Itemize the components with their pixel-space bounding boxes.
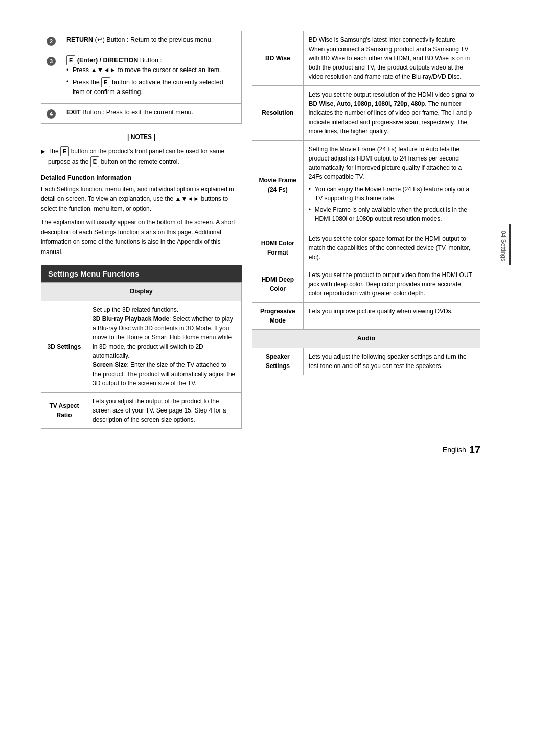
row-num-4: 4 <box>41 104 61 124</box>
speaker-settings-desc: Lets you adjust the following speaker se… <box>303 348 480 375</box>
display-header-row: Display <box>41 282 242 301</box>
sidebar-text: 04 Settings <box>500 231 507 261</box>
btn-icon-remote: E <box>90 156 99 167</box>
row-content-enter: E (Enter) / DIRECTION Button : Press ▲▼◄… <box>61 51 242 104</box>
sidebar-label: 04 Settings <box>496 31 511 456</box>
hdmi-deep-row: HDMI DeepColor Lets you set the product … <box>252 266 480 303</box>
notes-content: ▶ The E button on the product's front pa… <box>41 146 242 167</box>
right-table: BD Wise BD Wise is Samsung's latest inte… <box>252 31 480 375</box>
tv-aspect-desc: Lets you adjust the output of the produc… <box>87 392 242 428</box>
hdmi-color-desc: Lets you set the color space format for … <box>303 230 480 266</box>
movie-frame-bullets: You can enjoy the Movie Frame (24 Fs) fe… <box>309 185 475 223</box>
bd-wise-desc: BD Wise is Samsung's latest inter-connec… <box>303 31 480 86</box>
page-number: 17 <box>469 444 480 456</box>
right-column: BD Wise BD Wise is Samsung's latest inte… <box>252 31 480 429</box>
circle-num-4: 4 <box>47 109 56 119</box>
table-row: 4 EXIT Button : Press to exit the curren… <box>41 104 242 124</box>
circle-num-3: 3 <box>47 57 56 66</box>
resolution-desc: Lets you set the output resolution of th… <box>303 86 480 141</box>
settings-menu-header: Settings Menu Functions <box>41 265 242 282</box>
3d-settings-label: 3D Settings <box>41 301 87 392</box>
notes-title: | NOTES | <box>41 132 242 142</box>
3d-settings-row: 3D Settings Set up the 3D related functi… <box>41 301 242 392</box>
progressive-desc: Lets you improve picture quality when vi… <box>303 303 480 330</box>
speaker-settings-row: SpeakerSettings Lets you adjust the foll… <box>252 348 480 375</box>
hdmi-deep-label: HDMI DeepColor <box>252 266 303 303</box>
settings-table: Display 3D Settings Set up the 3D relate… <box>41 282 242 429</box>
page-footer: English 17 <box>41 444 480 456</box>
3d-settings-desc: Set up the 3D related functions. 3D Blu-… <box>87 301 242 392</box>
movie-frame-label: Movie Frame(24 Fs) <box>252 141 303 230</box>
hdmi-deep-desc: Lets you set the product to output video… <box>303 266 480 303</box>
row-num: 2 <box>41 31 61 51</box>
main-content: 2 RETURN (↵) Button : Return to the prev… <box>41 31 496 456</box>
notes-section: | NOTES | ▶ The E button on the product'… <box>41 132 242 167</box>
tv-aspect-row: TV AspectRatio Lets you adjust the outpu… <box>41 392 242 428</box>
movie-frame-desc: Setting the Movie Frame (24 Fs) feature … <box>303 141 480 230</box>
bullet-item: You can enjoy the Movie Frame (24 Fs) fe… <box>309 185 475 203</box>
bullet-item: Press the E button to activate the curre… <box>66 77 236 97</box>
detail-title: Detailed Function Information <box>41 174 242 181</box>
row-content-exit: EXIT Button : Press to exit the current … <box>61 104 242 124</box>
notes-arrow: ▶ <box>41 147 45 156</box>
btn-icon-front: E <box>60 146 69 157</box>
audio-header-cell: Audio <box>252 330 480 348</box>
bd-wise-label: BD Wise <box>252 31 303 86</box>
resolution-label: Resolution <box>252 86 303 141</box>
page-container: 2 RETURN (↵) Button : Return to the prev… <box>41 31 511 456</box>
table-row: 2 RETURN (↵) Button : Return to the prev… <box>41 31 242 51</box>
row-content-return: RETURN (↵) Button : Return to the previo… <box>61 31 242 51</box>
detail-para-2: The explanation will usually appear on t… <box>41 218 242 257</box>
hdmi-color-row: HDMI ColorFormat Lets you set the color … <box>252 230 480 266</box>
bullet-item: Press ▲▼◄► to move the cursor or select … <box>66 65 236 75</box>
movie-frame-row: Movie Frame(24 Fs) Setting the Movie Fra… <box>252 141 480 230</box>
enter-title: E (Enter) / DIRECTION Button : <box>66 55 236 66</box>
enter-icon: E <box>66 55 75 66</box>
display-header-cell: Display <box>41 282 242 301</box>
detail-para-1: Each Settings function, menu item, and i… <box>41 185 242 214</box>
bd-wise-row: BD Wise BD Wise is Samsung's latest inte… <box>252 31 480 86</box>
left-column: 2 RETURN (↵) Button : Return to the prev… <box>41 31 252 429</box>
enter-btn-icon: E <box>101 77 110 88</box>
progressive-row: ProgressiveMode Lets you improve picture… <box>252 303 480 330</box>
footer-lang: English <box>443 446 466 454</box>
return-text: RETURN (↵) Button : Return to the previo… <box>66 36 213 43</box>
enter-bullets: Press ▲▼◄► to move the cursor or select … <box>66 65 236 97</box>
tv-aspect-label: TV AspectRatio <box>41 392 87 428</box>
detail-section: Detailed Function Information Each Setti… <box>41 174 242 257</box>
row-num-3: 3 <box>41 51 61 104</box>
progressive-label: ProgressiveMode <box>252 303 303 330</box>
settings-header-text: Settings Menu Functions <box>48 269 139 278</box>
info-table: 2 RETURN (↵) Button : Return to the prev… <box>41 31 242 124</box>
circle-num-2: 2 <box>47 37 56 46</box>
resolution-row: Resolution Lets you set the output resol… <box>252 86 480 141</box>
audio-header-row: Audio <box>252 330 480 348</box>
two-col-layout: 2 RETURN (↵) Button : Return to the prev… <box>41 31 480 429</box>
notes-text: The E button on the product's front pane… <box>48 146 242 167</box>
sidebar-bar <box>509 224 511 265</box>
speaker-settings-label: SpeakerSettings <box>252 348 303 375</box>
table-row: 3 E (Enter) / DIRECTION Button : Press ▲… <box>41 51 242 104</box>
bullet-item: Movie Frame is only available when the p… <box>309 205 475 223</box>
hdmi-color-label: HDMI ColorFormat <box>252 230 303 266</box>
